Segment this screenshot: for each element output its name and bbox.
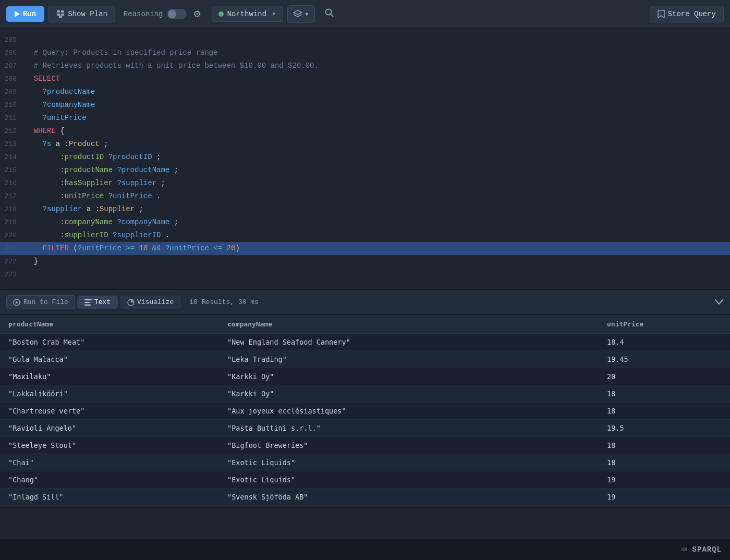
table-row: "Steeleye Stout""Bigfoot Breweries"18: [0, 437, 730, 454]
table-cell-companyName: "Svensk Sjöföda AB": [219, 489, 599, 506]
code-line-highlighted: 221 FILTER (?unitPrice >= 18 && ?unitPri…: [0, 242, 730, 255]
table-cell-companyName: "Karkki Oy": [219, 368, 599, 385]
tab-text[interactable]: Text: [77, 296, 118, 309]
code-line: 216 :hasSupplier ?supplier ;: [0, 177, 730, 190]
svg-point-5: [326, 9, 332, 15]
sparql-label: SPARQL: [692, 545, 722, 554]
code-line: 219 :companyName ?companyName ;: [0, 216, 730, 229]
table-cell-companyName: "Bigfoot Breweries": [219, 437, 599, 454]
code-line: 214 :productID ?productID ;: [0, 151, 730, 164]
visualize-tab-icon: [127, 299, 135, 306]
svg-rect-1: [61, 10, 64, 13]
run-to-file-button[interactable]: Run to File: [6, 295, 75, 309]
code-line: 223: [0, 268, 730, 281]
play-icon: [15, 11, 20, 17]
table-cell-productName: "Chang": [0, 471, 219, 489]
settings-button[interactable]: ⚙: [191, 6, 203, 22]
visualize-tab-label: Visualize: [137, 298, 174, 306]
search-button[interactable]: [319, 5, 339, 23]
results-tbody: "Boston Crab Meat""New England Seafood C…: [0, 334, 730, 506]
table-cell-companyName: "Aux joyeux ecclésiastiques": [219, 403, 599, 420]
chevron-down-icon: [714, 299, 724, 305]
table-cell-productName: "Chai": [0, 454, 219, 471]
table-cell-companyName: "Exotic Liquids": [219, 454, 599, 471]
db-dropdown-icon: ▾: [272, 9, 276, 18]
results-panel: Run to File Text Visualize 10 Results, 3…: [0, 289, 730, 506]
table-cell-unitPrice: 20: [599, 368, 730, 385]
tab-visualize[interactable]: Visualize: [120, 296, 181, 309]
table-cell-productName: "Chartreuse verte": [0, 403, 219, 420]
code-editor[interactable]: 205 206 # Query: Products in specified p…: [0, 28, 730, 289]
db-selector[interactable]: Northwind ▾: [212, 6, 283, 22]
bottom-bar: ⌨ SPARQL: [0, 539, 730, 560]
show-plan-button[interactable]: Show Plan: [48, 6, 115, 22]
code-line: 208 SELECT: [0, 72, 730, 86]
svg-rect-10: [84, 302, 90, 303]
col-header-company-name: companyName: [219, 315, 599, 334]
table-cell-companyName: "Exotic Liquids": [219, 471, 599, 489]
table-row: "Lakkalikööri""Karkki Oy"18: [0, 385, 730, 403]
table-row: "Ravioli Angelo""Pasta Buttini s.r.l."19…: [0, 420, 730, 437]
table-cell-unitPrice: 19.5: [599, 420, 730, 437]
table-cell-productName: "Gula Malacca": [0, 351, 219, 368]
code-line: 211 ?unitPrice: [0, 112, 730, 125]
svg-rect-11: [84, 305, 91, 306]
db-status-dot: [218, 11, 224, 17]
table-cell-companyName: "New England Seafood Cannery": [219, 334, 599, 351]
code-line: 209 ?productName: [0, 86, 730, 99]
svg-rect-9: [84, 299, 92, 300]
code-line: 222 }: [0, 255, 730, 268]
run-to-file-label: Run to File: [23, 298, 68, 306]
run-button[interactable]: Run: [6, 6, 44, 22]
table-cell-productName: "Lakkalikööri": [0, 385, 219, 403]
svg-line-6: [331, 15, 333, 17]
table-cell-productName: "Maxilaku": [0, 368, 219, 385]
collapse-results-button[interactable]: [714, 297, 724, 308]
table-header-row: productName companyName unitPrice: [0, 315, 730, 334]
col-header-product-name: productName: [0, 315, 219, 334]
results-table: productName companyName unitPrice "Bosto…: [0, 315, 730, 506]
svg-marker-8: [16, 301, 18, 304]
table-row: "Boston Crab Meat""New England Seafood C…: [0, 334, 730, 351]
svg-rect-0: [57, 10, 60, 13]
svg-rect-4: [59, 16, 62, 18]
run-label: Run: [23, 10, 36, 18]
table-row: "Gula Malacca""Leka Trading"19.45: [0, 351, 730, 368]
reasoning-group: Reasoning: [124, 9, 187, 19]
layers-icon: [293, 10, 302, 18]
code-line: 220 :supplierID ?supplierID .: [0, 229, 730, 242]
table-cell-unitPrice: 18.4: [599, 334, 730, 351]
table-cell-unitPrice: 18: [599, 454, 730, 471]
search-icon: [324, 8, 334, 17]
code-line: 212 WHERE {: [0, 125, 730, 138]
table-row: "Inlagd Sill""Svensk Sjöföda AB"19: [0, 489, 730, 506]
reasoning-label: Reasoning: [124, 10, 163, 18]
results-toolbar: Run to File Text Visualize 10 Results, 3…: [0, 290, 730, 315]
svg-rect-2: [57, 14, 60, 16]
table-cell-productName: "Inlagd Sill": [0, 489, 219, 506]
col-header-unit-price: unitPrice: [599, 315, 730, 334]
code-line: 210 ?companyName: [0, 99, 730, 112]
table-cell-unitPrice: 19: [599, 471, 730, 489]
toolbar: Run Show Plan Reasoning ⚙ Northwind ▾ ▾: [0, 0, 730, 28]
code-line: 206 # Query: Products in specified price…: [0, 46, 730, 59]
table-row: "Chartreuse verte""Aux joyeux ecclésiast…: [0, 403, 730, 420]
table-row: "Chai""Exotic Liquids"18: [0, 454, 730, 471]
plan-icon: [56, 10, 65, 18]
text-tab-icon: [84, 299, 92, 306]
code-line: 218 ?supplier a :Supplier ;: [0, 203, 730, 216]
table-cell-unitPrice: 18: [599, 385, 730, 403]
store-query-button[interactable]: Store Query: [650, 6, 724, 22]
bookmark-icon: [658, 10, 665, 18]
svg-rect-3: [61, 14, 64, 16]
db-name: Northwind: [227, 10, 266, 18]
results-info: 10 Results, 38 ms: [189, 298, 259, 306]
table-cell-companyName: "Karkki Oy": [219, 385, 599, 403]
layers-chevron: ▾: [305, 9, 310, 19]
show-plan-label: Show Plan: [68, 10, 107, 18]
layers-button[interactable]: ▾: [287, 5, 315, 23]
reasoning-toggle[interactable]: [167, 9, 187, 19]
store-query-label: Store Query: [668, 10, 716, 18]
code-line: 207 # Retrieves products with a unit pri…: [0, 59, 730, 72]
table-cell-unitPrice: 18: [599, 437, 730, 454]
